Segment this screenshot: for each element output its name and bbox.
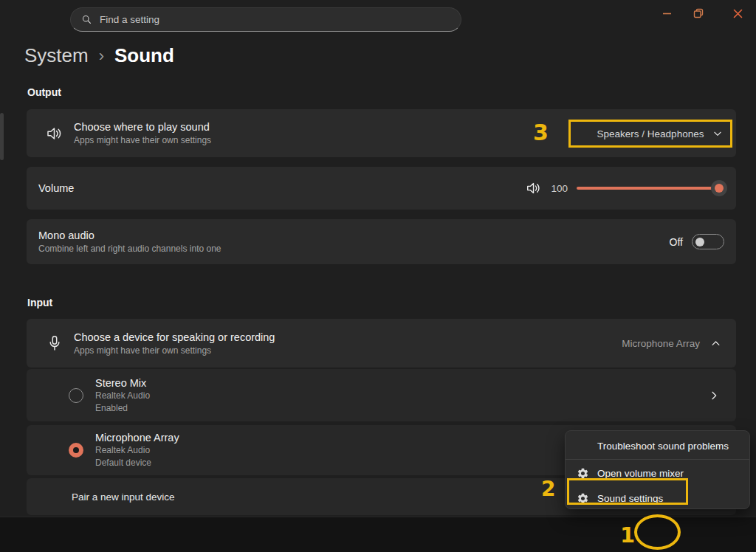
device-row-stereo-mix[interactable]: Stereo Mix Realtek Audio Enabled xyxy=(27,369,736,421)
device-status: Default device xyxy=(95,457,179,469)
search-box[interactable] xyxy=(70,7,461,32)
output-device-dropdown[interactable]: Speakers / Headphones xyxy=(568,120,732,148)
page-title: Sound xyxy=(114,44,174,67)
scrollbar[interactable] xyxy=(0,113,4,160)
device-status: Enabled xyxy=(95,402,150,414)
radio-unselected[interactable] xyxy=(69,388,83,403)
mono-audio-state: Off xyxy=(670,236,683,248)
output-device-value: Speakers / Headphones xyxy=(597,128,704,139)
breadcrumb: System › Sound xyxy=(24,44,174,67)
chevron-up-icon xyxy=(710,338,721,349)
volume-label: Volume xyxy=(38,182,74,194)
input-device-value: Microphone Array xyxy=(622,338,700,349)
annotation-step-2: 2 xyxy=(541,477,555,501)
volume-slider-track xyxy=(577,187,720,190)
mono-audio-toggle[interactable] xyxy=(692,234,724,249)
menu-item-label: Troubleshoot sound problems xyxy=(597,441,729,452)
toggle-knob xyxy=(695,238,704,246)
breadcrumb-separator: › xyxy=(99,46,104,66)
menu-item-label: Open volume mixer xyxy=(597,468,684,479)
chevron-down-icon xyxy=(712,128,723,139)
restore-icon xyxy=(693,8,704,18)
volume-speaker-icon[interactable] xyxy=(526,180,542,196)
output-device-title: Choose where to play sound xyxy=(74,121,211,133)
pair-input-device-label: Pair a new input device xyxy=(72,491,175,503)
input-device-row[interactable]: Choose a device for speaking or recordin… xyxy=(27,319,736,368)
annotation-circle-volume xyxy=(634,514,681,550)
menu-item-troubleshoot[interactable]: Troubleshoot sound problems xyxy=(566,435,749,458)
volume-row: Volume 100 xyxy=(27,167,736,210)
close-button[interactable] xyxy=(722,3,753,24)
microphone-icon xyxy=(46,334,63,352)
annotation-box-sound-settings xyxy=(567,478,688,505)
output-device-subtitle: Apps might have their own settings xyxy=(74,135,211,145)
minimize-button[interactable] xyxy=(651,3,682,24)
mono-audio-title: Mono audio xyxy=(38,230,221,241)
close-icon xyxy=(733,9,743,18)
mono-audio-subtitle: Combine left and right audio channels in… xyxy=(38,244,221,254)
device-vendor: Realtek Audio xyxy=(95,444,179,456)
minimize-icon xyxy=(662,9,672,18)
chevron-right-icon xyxy=(708,390,720,401)
volume-slider[interactable] xyxy=(577,180,723,196)
search-input[interactable] xyxy=(100,14,450,25)
volume-slider-thumb[interactable] xyxy=(711,180,727,196)
settings-window: System › Sound Output Choose where to pl… xyxy=(0,0,756,552)
annotation-step-1: 1 xyxy=(620,522,635,548)
speaker-icon xyxy=(46,125,63,142)
breadcrumb-system[interactable]: System xyxy=(24,44,89,67)
device-vendor: Realtek Audio xyxy=(95,390,150,401)
restore-button[interactable] xyxy=(683,3,714,24)
input-device-title: Choose a device for speaking or recordin… xyxy=(74,331,275,343)
menu-divider xyxy=(566,459,749,460)
mono-audio-row: Mono audio Combine left and right audio … xyxy=(27,219,736,264)
radio-selected[interactable] xyxy=(69,443,83,458)
device-name: Stereo Mix xyxy=(95,377,150,389)
search-icon xyxy=(81,14,92,25)
output-section-title: Output xyxy=(27,86,61,98)
input-section-title: Input xyxy=(27,297,52,308)
annotation-step-3: 3 xyxy=(533,120,549,145)
input-device-subtitle: Apps might have their own settings xyxy=(74,345,275,356)
device-name: Microphone Array xyxy=(95,432,179,444)
volume-value: 100 xyxy=(551,183,568,194)
